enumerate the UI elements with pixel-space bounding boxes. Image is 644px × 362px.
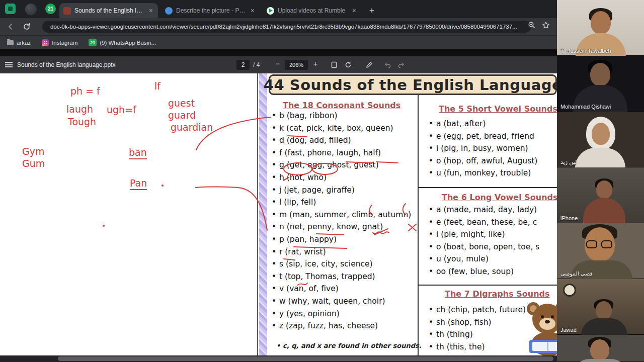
sound-item: sh (shop, fish): [429, 316, 526, 329]
section-divider: [418, 285, 557, 286]
reload-icon[interactable]: [21, 21, 32, 32]
pdf-favicon: [63, 7, 71, 15]
screen: 21 Sounds of the English language × Desc…: [0, 0, 644, 362]
pdf-content-area[interactable]: ph = f lf laugh ugh=f Tough guest guard …: [0, 73, 557, 355]
tab-sounds-of-english[interactable]: Sounds of the English language ×: [59, 3, 158, 18]
sound-item: y (yes, opinion): [272, 308, 411, 320]
menu-icon[interactable]: [5, 62, 13, 67]
handwritten-note: Gum: [22, 158, 45, 169]
participant-name: قصي المومني: [560, 270, 593, 277]
participant-name: Mohammad Qishawi: [560, 104, 611, 110]
sound-item: i (pig, in, busy, women): [429, 142, 537, 155]
tab-describe-picture[interactable]: Describe the picture - Present c ×: [161, 3, 260, 18]
bookmark-label: Instagram: [52, 40, 77, 46]
close-icon[interactable]: ×: [250, 7, 256, 14]
sound-item: m (man, summer, climb, autumn): [272, 209, 411, 221]
tab-title: Describe the picture - Present c: [176, 7, 246, 14]
participant-name: لين زيد: [560, 159, 577, 165]
pinned-extension-icon[interactable]: [5, 4, 16, 14]
consonants-heading: The 18 Consonant Sounds: [283, 101, 400, 110]
sound-item: th (this, the): [429, 341, 526, 353]
folder-icon: [7, 40, 14, 45]
horizontal-scrollbar[interactable]: [0, 355, 557, 362]
new-tab-button[interactable]: +: [365, 4, 378, 17]
bookmark-instagram[interactable]: Instagram: [42, 39, 77, 46]
short-vowels-heading: The 5 Short Vowel Sounds: [439, 104, 557, 114]
annotate-pen-icon[interactable]: [365, 61, 373, 69]
page-edge-line: [257, 73, 258, 355]
handwritten-note: ph = f: [70, 85, 100, 97]
sound-item: f (fast, phone, laugh, half): [272, 147, 411, 159]
bookmark-star-icon[interactable]: [542, 21, 550, 29]
handwritten-note: Gym: [22, 146, 44, 157]
wall-clock: [563, 284, 576, 297]
sound-item: l (lip, fell): [272, 196, 411, 209]
horizontal-scrollbar-thumb[interactable]: [58, 356, 553, 361]
participant-video-tile[interactable]: [557, 335, 644, 362]
participant-video-tile[interactable]: Mohammad Qishawi: [557, 56, 644, 112]
redo-icon[interactable]: [397, 61, 406, 69]
glasses-icon: [586, 240, 597, 248]
red-dot-mark: [162, 185, 164, 187]
sound-item: th (thing): [429, 328, 526, 341]
sound-item: z (zap, fuzz, has, cheese): [272, 320, 411, 332]
undo-icon[interactable]: [383, 61, 391, 69]
sound-item: a (made, maid, day, lady): [429, 204, 539, 216]
zoom-in-button[interactable]: +: [311, 59, 320, 68]
participant-video-tile[interactable]: قصي المومني: [557, 223, 644, 279]
bookmark-whatsapp[interactable]: 21 (9) WhatsApp Busin...: [89, 39, 156, 46]
tab-rumble[interactable]: Upload videos at Rumble ×: [263, 3, 361, 18]
back-icon[interactable]: [5, 21, 16, 32]
zoom-page-icon[interactable]: [528, 21, 536, 29]
close-icon[interactable]: ×: [351, 7, 357, 14]
whatsapp-badge-icon[interactable]: 21: [45, 4, 56, 14]
zoom-out-button[interactable]: −: [273, 59, 282, 68]
address-bar: doc-0k-bo-apps-viewer.googleusercontent.…: [0, 18, 557, 35]
bookmark-label: (9) WhatsApp Busin...: [100, 40, 156, 46]
poster-border-strip: [259, 73, 267, 355]
participants-sidebar: T. Hussein Tawalbeh Mohammad Qishawi لين…: [557, 0, 644, 362]
bookmark-arkaz[interactable]: arkaz: [7, 40, 31, 46]
sound-item: o (hop, off, awful, August): [429, 155, 537, 167]
page-total-label: / 4: [253, 61, 260, 68]
sound-item: s (sip, ice, city, science): [272, 258, 411, 270]
sound-item: e (egg, pet, bread, friend: [429, 130, 537, 143]
sound-item: k (cat, pick, kite, box, queen): [272, 122, 411, 135]
sound-item: o (boat, bone, open, toe, s: [429, 241, 539, 253]
zoom-level[interactable]: 206%: [285, 60, 308, 70]
participant-name: T. Hussein Tawalbeh: [560, 48, 611, 54]
whatsapp-icon: 21: [89, 39, 97, 46]
handwritten-note: Pan: [130, 177, 147, 190]
pdf-toolbar: Sounds of the English language.pptx 2 / …: [0, 56, 557, 73]
participant-video-tile[interactable]: Jawad: [557, 279, 644, 335]
rotate-icon[interactable]: [344, 61, 352, 69]
sound-item: e (feet, bean, these, be, c: [429, 216, 539, 229]
poster-title-banner: 44 Sounds of the English Language: [269, 74, 557, 95]
presentation-favicon: [165, 7, 173, 15]
tab-strip: 21 Sounds of the English language × Desc…: [0, 0, 557, 18]
short-vowel-list: a (bat, after)e (egg, pet, bread, friend…: [429, 118, 537, 179]
page-number-input[interactable]: 2: [236, 60, 250, 70]
participant-video-tile[interactable]: iPhone: [557, 167, 644, 223]
sound-item: w (why, wait, queen, choir): [272, 295, 411, 308]
bookmark-label: arkaz: [17, 40, 31, 46]
participant-video-tile[interactable]: لين زيد: [557, 112, 644, 167]
handwritten-note: laugh: [66, 104, 93, 115]
tab-title: Upload videos at Rumble: [278, 7, 348, 14]
profile-avatar-icon[interactable]: [25, 4, 37, 15]
sound-item: d (dog, add, filled): [272, 134, 411, 147]
participant-video-tile[interactable]: T. Hussein Tawalbeh: [557, 0, 644, 56]
poster-title: 44 Sounds of the English Language: [264, 76, 557, 94]
handwritten-note: lf: [154, 80, 160, 92]
url-field[interactable]: doc-0k-bo-apps-viewer.googleusercontent.…: [42, 21, 531, 33]
column-divider: [418, 74, 419, 355]
handwritten-note: ugh=f: [107, 104, 136, 115]
close-icon[interactable]: ×: [148, 7, 154, 14]
long-vowel-list: a (made, maid, day, lady)e (feet, bean, …: [429, 204, 539, 278]
handwritten-note: guest: [168, 98, 195, 109]
handwritten-note: Tough: [68, 116, 96, 127]
fit-page-icon[interactable]: [330, 61, 338, 69]
handwritten-note: guardian: [171, 122, 213, 133]
browser-window: 21 Sounds of the English language × Desc…: [0, 0, 557, 362]
sound-item: u (fun, monkey, trouble): [429, 167, 537, 179]
